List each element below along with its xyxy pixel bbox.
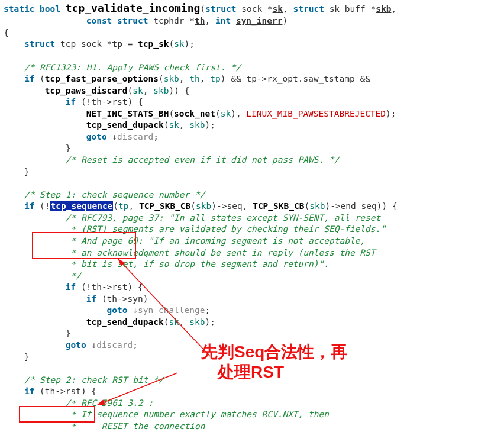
op-and: && (360, 74, 370, 83)
arg: skb (153, 86, 169, 95)
arg: sk (169, 317, 179, 327)
arg: skb (189, 120, 205, 130)
arg: sk (221, 109, 231, 118)
arg: skb (189, 317, 205, 327)
arg: sk (169, 120, 179, 130)
call-skbcb: TCP_SKB_CB (139, 201, 190, 211)
cmt-rfc5961-2: * If sequence number exactly matches RCV… (66, 410, 329, 419)
func-name: tcp_validate_incoming (66, 2, 201, 14)
arg: tp (118, 201, 128, 211)
kw-goto: goto (107, 305, 128, 315)
kw-if: if (24, 201, 34, 211)
expr-thsyn: th->syn (107, 294, 143, 304)
code-block: static bool tcp_validate_incoming(struct… (0, 0, 491, 433)
cmt-reset-paws: /* Reset is accepted even if it did not … (66, 155, 340, 165)
param-skb: skb (376, 4, 391, 14)
goto-label: discard (117, 132, 153, 141)
arg: th (189, 74, 199, 83)
enum-pawsrejected: LINUX_MIB_PAWSESTABREJECTED (246, 109, 386, 118)
mem-seq: seq (227, 201, 242, 211)
mem-endseq: end_seq (341, 201, 377, 211)
cmt-seq3: * And page 69: "If an incoming segment i… (66, 236, 365, 246)
cmt-seq1: /* RFC793, page 37: "In all states excep… (66, 213, 381, 223)
call-dupack: tcp_send_dupack (86, 317, 164, 327)
cmt-step1: /* Step 1: check sequence number */ (24, 190, 205, 199)
call-paws-discard: tcp_paws_discard (45, 86, 128, 95)
arg: sk (133, 86, 143, 95)
kw-goto: goto (66, 340, 86, 350)
expr-thrst: th->rst (45, 386, 81, 396)
kw-if: if (86, 294, 96, 304)
kw-if: if (24, 386, 34, 396)
param-sk: sk (273, 4, 283, 14)
call-dupack: tcp_send_dupack (86, 120, 164, 130)
arg-sk: sk (174, 39, 184, 49)
highlight-tcp-sequence: tcp_sequence (50, 201, 114, 211)
call-skbcb: TCP_SKB_CB (253, 201, 304, 211)
kw-static-bool: static bool (4, 4, 60, 14)
cmt-paws: /* RFC1323: H1. Apply PAWS check first. … (24, 63, 241, 72)
call-socknet: sock_net (174, 109, 215, 118)
expr-rxopt: tp->rx_opt.saw_tstamp (246, 74, 354, 83)
call-fast-parse: tcp_fast_parse_options (45, 74, 159, 83)
arg: skb (196, 201, 211, 211)
cmt-seq2: * (RST) segments are validated by checki… (66, 224, 386, 234)
var-tp: tp (112, 39, 122, 49)
op-and: && (231, 74, 241, 83)
cmt-step2: /* Step 2: check RST bit */ (24, 375, 164, 385)
call-tcpsk: tcp_sk (138, 39, 169, 49)
cmt-rfc5961-1: /* RFC 5961 3.2 : (66, 398, 153, 408)
call-netinc: NET_INC_STATS_BH (86, 109, 169, 118)
expr-notrst: !th->rst (86, 282, 128, 292)
goto-arrow-icon: ↓ (133, 305, 138, 315)
kw-if: if (66, 282, 76, 292)
param-th: th (195, 16, 205, 25)
kw-if: if (66, 97, 76, 107)
kw-if: if (24, 74, 34, 83)
kw-goto: goto (86, 132, 107, 141)
cmt-rfc5961-3: * RESET the connection (66, 421, 205, 431)
arg: skb (309, 201, 325, 211)
cmt-seq6: */ (66, 271, 81, 281)
op-bang: ! (45, 201, 50, 211)
goto-arrow-icon: ↓ (112, 132, 117, 141)
goto-label: syn_challenge (138, 305, 205, 315)
cmt-seq4: * an acknowledgment should be sent in re… (66, 248, 376, 257)
goto-label: discard (96, 340, 133, 350)
cmt-seq5: * bit is set, if so drop the segment and… (66, 259, 329, 269)
arg: skb (164, 74, 179, 83)
goto-arrow-icon: ↓ (91, 340, 96, 350)
param-syninerr: syn_inerr (236, 16, 283, 25)
arg: tp (210, 74, 220, 83)
expr-notrst: !th->rst (86, 97, 128, 107)
